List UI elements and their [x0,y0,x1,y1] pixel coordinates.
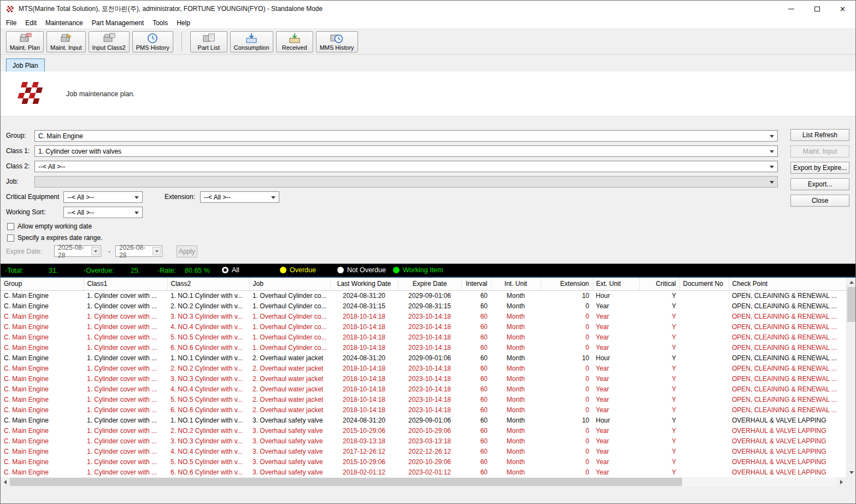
menu-help[interactable]: Help [172,17,195,28]
menu-file[interactable]: File [2,17,21,28]
table-row[interactable]: C. Main Engine1. Cylinder cover with ...… [1,394,846,405]
job-select[interactable] [34,176,778,187]
table-row[interactable]: C. Main Engine1. Cylinder cover with ...… [1,436,846,446]
specify-expire-range-checkbox[interactable]: Specify a expires date range. [7,234,102,242]
cell-expire-date: 2022-12-26:12 [398,446,461,456]
column-header-document-no[interactable]: Document No [679,278,729,290]
close-button[interactable]: × [830,1,855,17]
column-header-last-working-date[interactable]: Last Working Date [330,278,398,290]
table-row[interactable]: C. Main Engine1. Cylinder cover with ...… [1,467,846,477]
table-row[interactable]: C. Main Engine1. Cylinder cover with ...… [1,321,846,332]
table-row[interactable]: C. Main Engine1. Cylinder cover with ...… [1,446,846,456]
cell-critical: Y [639,384,679,394]
cell-last-working-date: 2015-10-29:06 [330,456,398,467]
cell-expire-date: 2023-10-14:18 [398,384,461,394]
maint-input-button[interactable]: Maint. Input [46,31,85,52]
table-row[interactable]: C. Main Engine1. Cylinder cover with ...… [1,425,846,436]
received-button[interactable]: Received [276,31,313,52]
column-header-interval[interactable]: Interval [461,278,491,290]
apply-button[interactable]: Apply [177,245,197,257]
menu-edit[interactable]: Edit [21,17,41,28]
table-row[interactable]: C. Main Engine1. Cylinder cover with ...… [1,301,846,311]
cell-interval: 60 [461,436,491,446]
pms-history-button[interactable]: PMS History [132,31,173,52]
export-by-expire-button[interactable]: Export by Expire... [790,162,849,174]
class2-select[interactable]: --< All >-- [34,161,778,172]
maint-plan-button[interactable]: Maint. Plan [6,31,44,52]
horizontal-scrollbar[interactable] [1,477,846,487]
cell-expire-date: 2029-09-01:06 [398,290,461,301]
table-row[interactable]: C. Main Engine1. Cylinder cover with ...… [1,311,846,321]
allow-empty-working-date-checkbox[interactable]: Allow empty working date [7,222,92,230]
critical-equipment-select[interactable]: --< All >-- [63,191,143,203]
column-header-class1[interactable]: Class1 [84,278,167,290]
expire-date-to-input[interactable]: 2026-08-28 [115,245,162,257]
table-row[interactable]: C. Main Engine1. Cylinder cover with ...… [1,456,846,467]
column-header-critical[interactable]: Critical [639,278,679,290]
class1-select[interactable]: 1. Cylinder cover with valves [34,145,778,157]
mms-history-button[interactable]: MMS History [316,31,358,52]
horizontal-scrollbar-row [1,477,855,487]
calendar-dropdown-icon[interactable] [91,247,99,255]
menu-maintenance[interactable]: Maintenance [41,17,87,28]
column-header-ext-unit[interactable]: Ext. Unit [593,278,639,290]
title-bar[interactable]: MTS(Marine Total Solution), 포천마린(주), adm… [1,1,855,17]
working-sort-select[interactable]: --< All >-- [63,207,143,218]
group-select[interactable]: C. Main Engine [34,130,778,142]
status-filter-all[interactable]: All [222,266,239,274]
cell-group: C. Main Engine [1,290,84,301]
table-row[interactable]: C. Main Engine1. Cylinder cover with ...… [1,415,846,425]
cell-job: 3. Overhaul safety valve [249,446,330,456]
tab-job-plan[interactable]: Job Plan [6,58,45,72]
status-filter-not-overdue[interactable]: Not Overdue [337,266,386,274]
table-row[interactable]: C. Main Engine1. Cylinder cover with ...… [1,332,846,342]
cell-critical: Y [639,342,679,353]
column-header-expire-date[interactable]: Expire Date [398,278,461,290]
status-filter-overdue[interactable]: Overdue [280,266,316,274]
table-row[interactable]: C. Main Engine1. Cylinder cover with ...… [1,405,846,415]
horizontal-scroll-thumb[interactable] [10,478,682,486]
scroll-left-button[interactable] [1,477,10,487]
column-header-check-point[interactable]: Check Point [729,278,846,290]
table-row[interactable]: C. Main Engine1. Cylinder cover with ...… [1,363,846,373]
scroll-down-button[interactable] [847,468,855,477]
status-filter-working-item[interactable]: Working Item [393,266,443,274]
part-list-button[interactable]: Part List [190,31,227,52]
menu-tools[interactable]: Tools [148,17,172,28]
scroll-right-button[interactable] [837,477,846,487]
status-filter-label: Not Overdue [347,266,386,274]
cell-document-no [679,394,729,405]
maint-input-button[interactable]: Maint. Input [790,145,849,157]
extension-select[interactable]: --< All >-- [200,191,279,203]
table-row[interactable]: C. Main Engine1. Cylinder cover with ...… [1,342,846,353]
cell-ext-unit: Year [593,301,639,311]
consumption-button[interactable]: Consumption [230,31,273,52]
column-header-class2[interactable]: Class2 [167,278,249,290]
minimize-button[interactable] [778,1,804,17]
column-header-int-unit[interactable]: Int. Unit [491,278,541,290]
vertical-scrollbar[interactable] [846,278,855,477]
scroll-up-button[interactable] [847,278,855,287]
column-header-group[interactable]: Group [1,278,84,290]
table-row[interactable]: C. Main Engine1. Cylinder cover with ...… [1,384,846,394]
calendar-dropdown-icon[interactable] [153,247,161,255]
cell-expire-date: 2020-10-29:06 [398,425,461,436]
critical-equipment-label: Critical Equipment [6,193,59,201]
maint-plan-icon [19,33,32,44]
vertical-scroll-thumb[interactable] [847,287,855,322]
expire-date-from-input[interactable]: 2025-08-28 [54,245,101,257]
input-class2-button[interactable]: Input Class2 [89,31,130,52]
table-row[interactable]: C. Main Engine1. Cylinder cover with ...… [1,373,846,384]
table-row[interactable]: C. Main Engine1. Cylinder cover with ...… [1,353,846,363]
menu-part-management[interactable]: Part Management [87,17,148,28]
close-icon: × [840,4,846,14]
list-refresh-button[interactable]: List Refresh [790,129,849,141]
column-header-extension[interactable]: Extension [541,278,593,290]
cell-last-working-date: 2024-08-31:20 [330,353,398,363]
export-button[interactable]: Export... [790,178,849,190]
close-button[interactable]: Close [790,195,849,207]
maximize-button[interactable] [804,1,830,17]
column-header-job[interactable]: Job [249,278,330,290]
cell-critical: Y [639,321,679,332]
table-row[interactable]: C. Main Engine1. Cylinder cover with ...… [1,290,846,301]
